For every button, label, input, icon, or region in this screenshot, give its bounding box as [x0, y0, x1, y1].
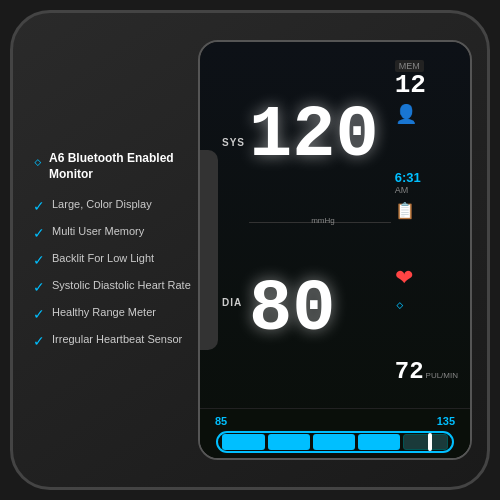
display-edge: [200, 150, 218, 350]
dia-row: 80: [249, 223, 391, 393]
range-bar: [216, 431, 454, 453]
range-indicator: [428, 433, 432, 451]
feature-text-3: Backlit For Low Light: [52, 251, 154, 266]
dia-value: 80: [249, 274, 391, 346]
feature-text-5: Healthy Range Meter: [52, 305, 156, 320]
check-icon-5: ✓: [33, 306, 45, 322]
range-meter-section: 85 135: [200, 408, 470, 458]
am-label: AM: [395, 185, 421, 195]
feature-backlit: ✓ Backlit For Low Light: [33, 251, 198, 268]
sys-value: 120: [249, 100, 391, 172]
range-high: 135: [437, 415, 455, 427]
feature-color-display: ✓ Large, Color Display: [33, 197, 198, 214]
sys-label: SYS: [222, 137, 245, 148]
side-labels: SYS DIA: [218, 52, 249, 393]
feature-text-1: Large, Color Display: [52, 197, 152, 212]
sys-row: 120: [249, 52, 391, 223]
right-top: MEM 12 👤: [395, 60, 458, 125]
time-display: 6:31: [395, 170, 421, 185]
right-sidebar: MEM 12 👤 6:31 AM 📋: [391, 52, 462, 393]
numbers-col: 120 mmHg 80: [249, 52, 391, 393]
check-icon-1: ✓: [33, 198, 45, 214]
display-inner: SYS DIA 120 mmHg 80: [200, 42, 470, 458]
dia-label: DIA: [222, 297, 245, 308]
mmhg-label: mmHg: [311, 216, 335, 225]
features-panel: ⬦ A6 Bluetooth Enabled Monitor ✓ Large, …: [28, 151, 198, 348]
person-icon: 👤: [395, 103, 417, 125]
feature-heartbeat: ✓ Irregular Heartbeat Sensor: [33, 332, 198, 349]
feature-readings: ✓ Systolic Diastolic Heart Rate: [33, 278, 198, 295]
feature-text-2: Multi User Memory: [52, 224, 144, 239]
bluetooth-header: ⬦ A6 Bluetooth Enabled Monitor: [33, 151, 198, 182]
range-seg-1: [222, 434, 264, 450]
check-icon-2: ✓: [33, 225, 45, 241]
bluetooth-icon: ⬦: [33, 152, 43, 170]
range-low: 85: [215, 415, 227, 427]
feature-range-meter: ✓ Healthy Range Meter: [33, 305, 198, 322]
feature-multi-memory: ✓ Multi User Memory: [33, 224, 198, 241]
device-container: ⬦ A6 Bluetooth Enabled Monitor ✓ Large, …: [10, 10, 490, 490]
feature-text-4: Systolic Diastolic Heart Rate: [52, 278, 191, 293]
pulse-section: 72 PUL/MIN: [395, 358, 458, 385]
pulse-value: 72: [395, 358, 424, 385]
mem-value: 12: [395, 72, 426, 98]
display-main: SYS DIA 120 mmHg 80: [218, 52, 462, 448]
right-bottom: ❤ ⬦: [395, 265, 458, 313]
time-section: 6:31 AM: [395, 170, 421, 195]
range-seg-2: [268, 434, 310, 450]
doc-icon: 📋: [395, 201, 415, 220]
display-panel: SYS DIA 120 mmHg 80: [198, 40, 472, 460]
right-middle: 6:31 AM 📋: [395, 170, 458, 220]
range-seg-4: [358, 434, 400, 450]
check-icon-4: ✓: [33, 279, 45, 295]
device-title: A6 Bluetooth Enabled Monitor: [49, 151, 198, 182]
pul-label: PUL/MIN: [426, 371, 458, 380]
feature-text-6: Irregular Heartbeat Sensor: [52, 332, 182, 347]
range-numbers: 85 135: [210, 415, 460, 427]
mem-section: MEM 12: [395, 60, 426, 98]
range-seg-5: [403, 434, 447, 450]
heart-icon: ❤: [395, 265, 413, 291]
check-icon-6: ✓: [33, 333, 45, 349]
bluetooth-small-icon: ⬦: [395, 295, 405, 313]
check-icon-3: ✓: [33, 252, 45, 268]
range-seg-3: [313, 434, 355, 450]
